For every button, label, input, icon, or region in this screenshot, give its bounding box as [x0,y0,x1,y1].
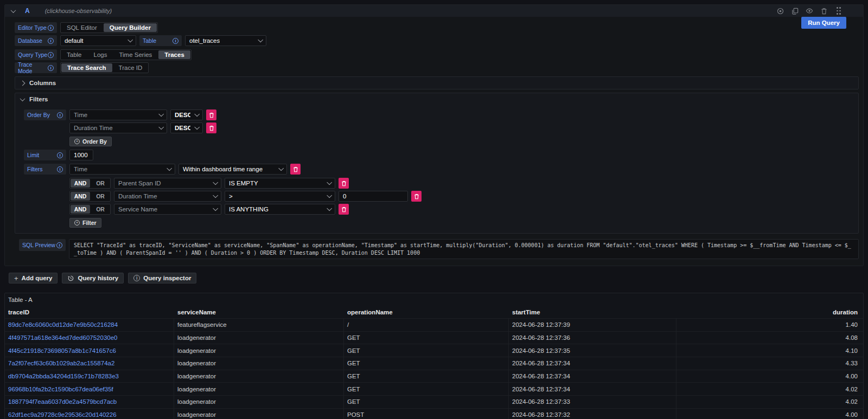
info-icon: i [48,38,54,44]
remove-order-by-button[interactable] [206,123,216,133]
trace-mode-label: Trace Modei [15,62,57,73]
trace-id-link[interactable]: 96968b10fa2b2c1590bc67dea06ef35f [5,383,174,395]
filter-operator-select[interactable]: IS EMPTY [225,178,335,189]
filter-time-range-select[interactable]: Within dashboard time range [178,164,287,175]
query-row-header[interactable]: A (clickhouse-observability) [5,5,863,17]
order-by-field-select[interactable]: Duration Time [69,123,167,133]
table-cell: loadgenerator [174,370,344,383]
filter-value-input[interactable]: 0 [339,191,408,202]
trace-id-link[interactable]: 7a2f07ecf63c60b1029ab2ac155874a2 [5,357,174,370]
table-cell: loadgenerator [174,383,344,395]
filter-operator-select[interactable]: > [225,191,335,202]
run-query-button[interactable]: Run Query [801,17,846,29]
query-history-button[interactable]: Query history [62,273,124,283]
query-builder-body: Editor Typei SQL Editor Query Builder Da… [5,17,863,266]
join-or[interactable]: OR [91,204,110,214]
remove-filter-button[interactable] [339,178,349,189]
join-and[interactable]: AND [71,192,90,201]
filters-section-header[interactable]: Filters [15,93,858,105]
table-cell: featureflagservice [174,319,344,331]
table-row: 7a2f07ecf63c60b1029ab2ac155874a2loadgene… [5,357,863,370]
filter-field-select[interactable]: Duration Time [114,191,221,202]
trace-id-link[interactable]: 89dc7e8c6060c0d12de7e9b50c216284 [5,319,174,331]
datasource-name: (clickhouse-observability) [45,8,112,14]
column-header-servicename[interactable]: serviceName [174,309,344,315]
drag-handle-icon[interactable] [835,7,843,15]
info-icon: i [48,52,54,58]
join-or[interactable]: OR [91,178,110,188]
column-header-operationname[interactable]: operationName [344,309,509,315]
remove-filter-button[interactable] [339,204,349,215]
add-order-by-button[interactable]: + Order By [69,137,112,146]
editor-type-query-builder[interactable]: Query Builder [104,23,157,32]
filter-time-field-select[interactable]: Time [69,164,175,175]
info-icon: i [57,166,63,172]
filter-field-select[interactable]: Parent Span ID [114,178,221,189]
trace-id-link[interactable]: 62df1ec9a29728c9e29536c20d140226 [5,409,174,419]
query-type-logs[interactable]: Logs [88,50,113,59]
order-by-label: Order Byi [24,109,66,120]
remove-filter-button[interactable] [411,191,422,202]
table-header-row: traceID serviceName operationName startT… [5,306,863,318]
query-footer-actions: + Add query Query history i Query inspec… [9,273,868,283]
trace-mode-trace-id[interactable]: Trace ID [113,63,149,72]
trace-id-link[interactable]: 4f45c21918c73698057a8b1c741657c6 [5,344,174,357]
limit-input[interactable]: 1000 [69,150,93,160]
editor-type-sql-editor[interactable]: SQL Editor [61,23,103,32]
table-cell: 2024-06-28 12:37:34 [509,383,676,395]
table-row: 62df1ec9a29728c9e29536c20d140226loadgene… [5,408,863,419]
table-select[interactable]: otel_traces [185,35,266,46]
table-cell: 4.00 [676,409,863,419]
table-cell: 4.00 [676,370,863,383]
add-query-button[interactable]: + Add query [9,273,58,283]
table-row: 4f497571a618e364ed7ded60752030e0loadgene… [5,331,863,344]
duplicate-query-icon[interactable] [791,7,799,15]
hide-response-eye-icon[interactable] [806,7,813,15]
table-cell: GET [344,332,509,344]
filter-field-select[interactable]: Service Name [114,204,221,215]
table-row: 1887794f7eaa6037d0e2a4579bcd7acbloadgene… [5,395,863,408]
trace-id-link[interactable]: db9704a2bbda34204d159c71b78283e3 [5,370,174,383]
trace-id-link[interactable]: 1887794f7eaa6037d0e2a4579bcd7acb [5,396,174,408]
trace-id-link[interactable]: 4f497571a618e364ed7ded60752030e0 [5,332,174,344]
join-operator-group: AND OR [69,191,111,202]
chevron-down-icon [20,96,25,101]
order-by-direction-select[interactable]: DESC [170,123,203,133]
order-by-field-select[interactable]: Time [69,109,167,120]
join-or[interactable]: OR [91,191,110,201]
join-and[interactable]: AND [71,179,90,188]
remove-query-trash-icon[interactable] [820,7,828,15]
chevron-right-icon [20,80,25,86]
query-type-table[interactable]: Table [61,50,88,59]
table-cell: 4.02 [676,396,863,408]
table-cell: 4.33 [676,357,863,370]
collapse-chevron-icon[interactable] [11,8,16,13]
history-icon [67,275,74,282]
order-by-direction-select[interactable]: DESC [170,109,203,120]
table-cell: / [344,319,509,331]
remove-order-by-button[interactable] [206,109,216,120]
query-type-time-series[interactable]: Time Series [113,50,158,59]
columns-section-header[interactable]: Columns [15,77,858,89]
trace-mode-trace-search[interactable]: Trace Search [61,63,112,72]
table-cell: GET [344,383,509,395]
query-inspector-button[interactable]: i Query inspector [128,273,196,283]
add-filter-button[interactable]: + Filter [69,218,101,228]
column-header-starttime[interactable]: startTime [509,309,676,315]
limit-label: Limiti [24,150,66,160]
grafana-query-editor-page: A (clickhouse-observability) Run Query [0,4,868,419]
panel-title: Table - A [5,293,863,306]
editor-type-group: SQL Editor Query Builder [60,22,158,33]
table-cell: 2024-06-28 12:37:35 [509,344,676,357]
column-header-traceid[interactable]: traceID [5,309,174,315]
column-header-duration[interactable]: duration [676,309,863,315]
query-type-traces[interactable]: Traces [158,50,190,59]
join-and[interactable]: AND [71,205,90,214]
columns-section: Columns [15,76,859,89]
remove-filter-button[interactable] [290,164,301,175]
circle-plus-icon: + [74,139,80,144]
record-circle-icon[interactable] [776,7,784,15]
trace-mode-group: Trace Search Trace ID [60,62,149,73]
database-select[interactable]: default [60,35,136,46]
filter-operator-select[interactable]: IS ANYTHING [225,204,335,215]
